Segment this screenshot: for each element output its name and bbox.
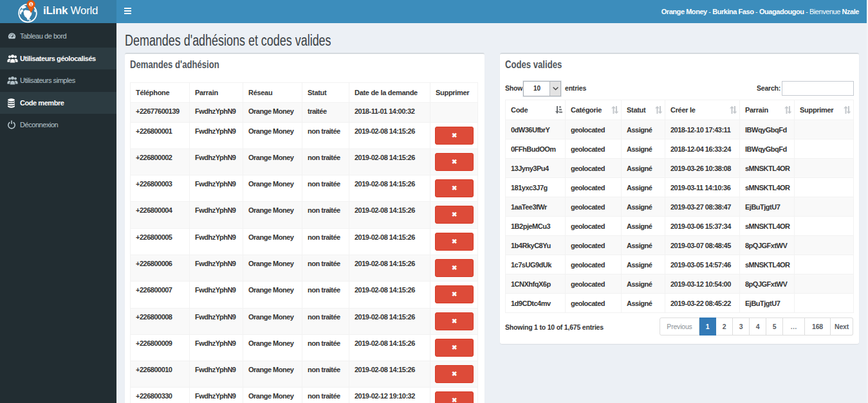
svg-text:$: $ [30, 3, 32, 6]
